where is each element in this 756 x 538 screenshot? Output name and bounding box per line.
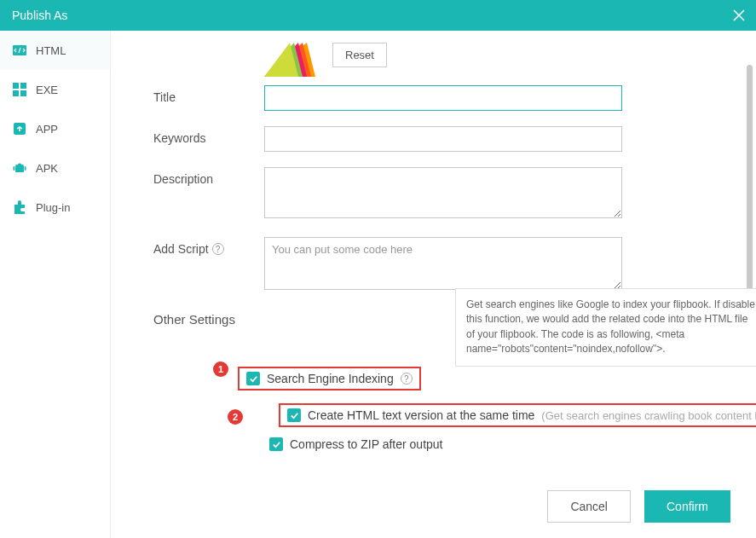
sidebar-item-label: Plug-in (36, 201, 70, 214)
svg-point-8 (21, 164, 23, 165)
sidebar-item-app[interactable]: APP (0, 109, 110, 148)
title-input[interactable] (264, 85, 622, 111)
addscript-label: Add Script (153, 242, 209, 256)
svg-rect-2 (20, 83, 26, 89)
svg-rect-9 (14, 166, 15, 171)
cancel-button[interactable]: Cancel (547, 490, 631, 523)
exe-icon (12, 82, 27, 97)
sidebar: HTML EXE APP APK Plug-in (0, 31, 111, 538)
svg-rect-10 (25, 166, 26, 171)
sidebar-item-exe[interactable]: EXE (0, 70, 110, 109)
html-icon (12, 43, 27, 58)
reset-button[interactable]: Reset (332, 43, 387, 67)
checkbox-zip-label: Compress to ZIP after output (290, 437, 443, 451)
sidebar-item-label: HTML (36, 44, 66, 57)
svg-point-7 (17, 164, 19, 165)
confirm-button[interactable]: Confirm (644, 490, 730, 523)
checkbox-zip[interactable] (269, 437, 283, 451)
sidebar-item-plugin[interactable]: Plug-in (0, 188, 110, 227)
annotation-badge-1: 1 (213, 362, 228, 377)
window-title: Publish As (12, 9, 67, 22)
keywords-input[interactable] (264, 126, 622, 152)
checkbox-htmltext-hint: (Get search engines crawling book conten… (541, 409, 756, 422)
android-icon (12, 160, 27, 176)
help-icon[interactable]: ? (401, 373, 413, 385)
annotation-badge-2: 2 (228, 409, 243, 425)
sidebar-item-label: EXE (36, 84, 58, 96)
title-label: Title (153, 85, 264, 104)
close-icon[interactable] (732, 9, 746, 22)
svg-rect-3 (13, 90, 19, 96)
keywords-label: Keywords (153, 126, 264, 145)
sidebar-item-apk[interactable]: APK (0, 148, 110, 188)
highlight-box-2: Create HTML text version at the same tim… (279, 403, 756, 427)
description-label: Description (153, 167, 264, 186)
sidebar-item-html[interactable]: HTML (0, 31, 110, 70)
svg-rect-1 (13, 83, 19, 89)
description-input[interactable] (264, 167, 622, 218)
svg-rect-6 (15, 165, 24, 172)
plugin-icon (12, 200, 27, 215)
checkbox-sei-label: Search Engine Indexing (267, 372, 394, 385)
help-icon[interactable]: ? (212, 243, 224, 255)
app-icon (12, 121, 27, 136)
content-area: Reset Title Keywords Description Add Scr… (111, 31, 756, 538)
cover-thumbnail[interactable] (264, 43, 315, 77)
checkbox-htmltext[interactable] (287, 408, 301, 422)
svg-rect-4 (20, 90, 26, 96)
highlight-box-1: Search Engine Indexing ? (238, 367, 421, 390)
sidebar-item-label: APK (36, 162, 58, 175)
sidebar-item-label: APP (36, 123, 58, 136)
checkbox-htmltext-label: Create HTML text version at the same tim… (308, 408, 534, 422)
titlebar: Publish As (0, 0, 756, 31)
tooltip: Get search engines like Google to index … (455, 288, 756, 367)
checkbox-sei[interactable] (246, 372, 260, 385)
addscript-input[interactable] (264, 237, 622, 290)
